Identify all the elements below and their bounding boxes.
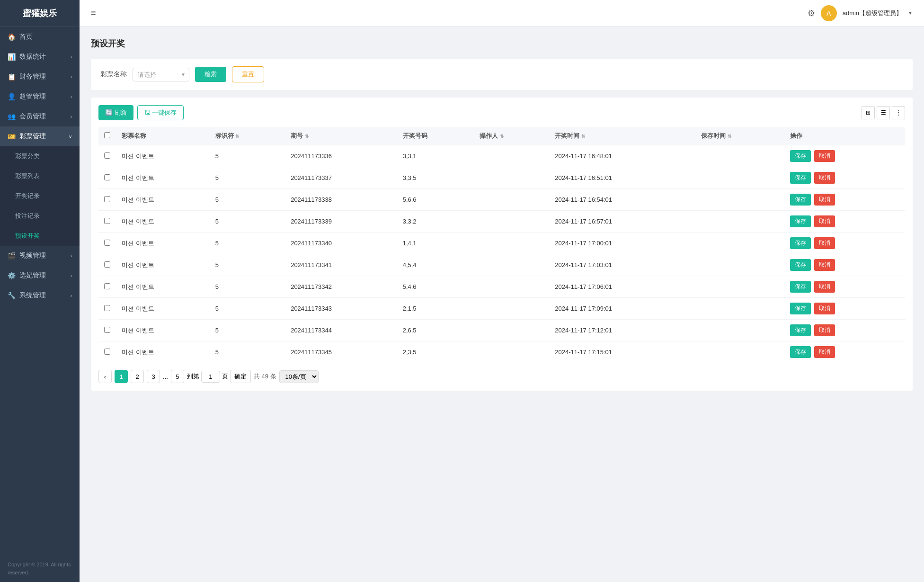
chevron-right-icon: ›: [71, 273, 72, 278]
sidebar-item-lottery-category[interactable]: 彩票分类: [0, 146, 80, 166]
save-row-button[interactable]: 保存: [790, 324, 811, 336]
row-checkbox[interactable]: [104, 152, 110, 159]
finance-icon: 📋: [8, 73, 16, 81]
lottery-select[interactable]: 请选择: [133, 68, 189, 81]
cell-name: 미션 이벤트: [116, 276, 210, 298]
row-checkbox[interactable]: [104, 327, 110, 333]
page-button-1[interactable]: 1: [115, 370, 128, 383]
row-checkbox[interactable]: [104, 283, 110, 289]
row-checkbox-cell: [98, 145, 116, 167]
per-page-select[interactable]: 10条/页 20条/页 50条/页: [279, 370, 319, 383]
cell-mark: 5: [210, 145, 285, 167]
sidebar-item-preset-draw[interactable]: 预设开奖: [0, 226, 80, 246]
cancel-row-button[interactable]: 取消: [814, 150, 835, 162]
save-row-button[interactable]: 保存: [790, 237, 811, 249]
sort-icon[interactable]: ⇅: [581, 134, 585, 139]
prev-page-button[interactable]: ‹: [98, 370, 112, 383]
cell-name: 미션 이벤트: [116, 298, 210, 320]
row-checkbox[interactable]: [104, 196, 110, 202]
row-checkbox[interactable]: [104, 349, 110, 355]
row-checkbox[interactable]: [104, 218, 110, 224]
cancel-row-button[interactable]: 取消: [814, 215, 835, 227]
sidebar-item-data-stats[interactable]: 📊 数据统计 ›: [0, 47, 80, 67]
cell-name: 미션 이벤트: [116, 145, 210, 167]
col-save-time-label: 保存时间: [701, 132, 726, 139]
table-head: 彩票名称 标识符 ⇅ 期号 ⇅ 开奖号码: [98, 127, 905, 145]
sidebar-item-bet-record[interactable]: 投注记录: [0, 206, 80, 226]
row-checkbox[interactable]: [104, 261, 110, 268]
chevron-right-icon: ›: [71, 253, 72, 259]
page-button-5[interactable]: 5: [171, 370, 184, 383]
cell-winning: 5,4,6: [397, 276, 474, 298]
chevron-right-icon: ›: [71, 293, 72, 298]
save-row-button[interactable]: 保存: [790, 172, 811, 184]
search-button[interactable]: 检索: [195, 67, 226, 82]
cell-period: 202411173337: [285, 167, 397, 189]
settings-icon[interactable]: ⚙: [808, 8, 815, 18]
cell-mark: 5: [210, 298, 285, 320]
reset-button[interactable]: 重置: [232, 66, 264, 82]
sort-icon[interactable]: ⇅: [728, 134, 731, 139]
cancel-row-button[interactable]: 取消: [814, 194, 835, 206]
sidebar-item-member[interactable]: 👥 会员管理 ›: [0, 107, 80, 126]
cell-draw-time: 2024-11-17 16:54:01: [549, 189, 695, 211]
cancel-row-button[interactable]: 取消: [814, 237, 835, 249]
sidebar-item-super-admin[interactable]: 👤 超管管理 ›: [0, 87, 80, 107]
table-row: 미션 이벤트 5 202411173342 5,4,6 2024-11-17 1…: [98, 276, 905, 298]
save-row-button[interactable]: 保存: [790, 259, 811, 271]
sort-icon[interactable]: ⇅: [305, 134, 309, 139]
cancel-row-button[interactable]: 取消: [814, 259, 835, 271]
cell-action: 保存 取消: [784, 298, 906, 320]
sort-icon[interactable]: ⇅: [235, 134, 239, 139]
refresh-button[interactable]: 🔄 刷新: [98, 105, 133, 120]
sidebar-item-lottery-list[interactable]: 彩票列表: [0, 166, 80, 186]
cancel-row-button[interactable]: 取消: [814, 324, 835, 336]
cancel-row-button[interactable]: 取消: [814, 303, 835, 314]
save-row-button[interactable]: 保存: [790, 346, 811, 358]
save-row-button[interactable]: 保存: [790, 194, 811, 206]
page-title: 预设开奖: [91, 38, 913, 49]
table-row: 미션 이벤트 5 202411173339 3,3,2 2024-11-17 1…: [98, 211, 905, 233]
save-row-button[interactable]: 保存: [790, 215, 811, 227]
sidebar-item-video[interactable]: 🎬 视频管理 ›: [0, 246, 80, 266]
sidebar-item-system[interactable]: 🔧 系统管理 ›: [0, 286, 80, 305]
row-checkbox[interactable]: [104, 240, 110, 246]
table-row: 미션 이벤트 5 202411173344 2,6,5 2024-11-17 1…: [98, 320, 905, 341]
save-all-button[interactable]: 🖫 一键保存: [137, 105, 184, 120]
cell-name: 미션 이벤트: [116, 320, 210, 341]
cell-draw-time: 2024-11-17 16:57:01: [549, 211, 695, 233]
cell-save-time: [695, 233, 784, 254]
goto-label: 到第: [187, 372, 199, 381]
save-row-button[interactable]: 保存: [790, 281, 811, 293]
col-action-label: 操作: [790, 132, 802, 139]
save-row-button[interactable]: 保存: [790, 303, 811, 314]
cancel-row-button[interactable]: 取消: [814, 172, 835, 184]
view-option-3-button[interactable]: ⋮: [892, 106, 905, 119]
cell-save-time: [695, 276, 784, 298]
row-checkbox-cell: [98, 320, 116, 341]
table-row: 미션 이벤트 5 202411173340 1,4,1 2024-11-17 1…: [98, 233, 905, 254]
select-all-checkbox[interactable]: [104, 132, 110, 138]
sidebar-item-home[interactable]: 🏠 首页: [0, 27, 80, 47]
cancel-row-button[interactable]: 取消: [814, 281, 835, 293]
row-checkbox[interactable]: [104, 305, 110, 311]
cell-draw-time: 2024-11-17 17:06:01: [549, 276, 695, 298]
sidebar-item-lottery[interactable]: 🎫 彩票管理 ∨: [0, 126, 80, 146]
view-option-1-button[interactable]: ⊞: [862, 106, 875, 119]
page-button-2[interactable]: 2: [131, 370, 144, 383]
sort-icon[interactable]: ⇅: [500, 134, 504, 139]
save-row-button[interactable]: 保存: [790, 150, 811, 162]
menu-toggle-icon[interactable]: ≡: [91, 8, 96, 18]
page-confirm-button[interactable]: 确定: [230, 370, 251, 383]
cancel-row-button[interactable]: 取消: [814, 346, 835, 358]
sidebar-item-draw-record[interactable]: 开奖记录: [0, 186, 80, 206]
page-button-3[interactable]: 3: [147, 370, 160, 383]
dropdown-arrow-icon[interactable]: ▼: [908, 10, 913, 16]
cell-operator: [474, 254, 549, 276]
col-draw-time-label: 开奖时间: [555, 132, 579, 139]
sidebar-item-select-mgmt[interactable]: ⚙️ 选妃管理 ›: [0, 266, 80, 286]
page-goto-input[interactable]: [201, 371, 220, 383]
row-checkbox[interactable]: [104, 174, 110, 180]
view-option-2-button[interactable]: ☰: [877, 106, 890, 119]
sidebar-item-finance[interactable]: 📋 财务管理 ›: [0, 67, 80, 87]
